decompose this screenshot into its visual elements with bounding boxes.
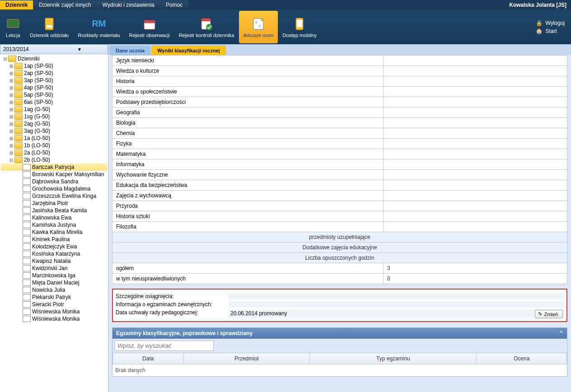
tab-dziennik[interactable]: Dziennik xyxy=(0,0,33,9)
tab-wyniki-klasyfikacji[interactable]: Wyniki klasyfikacji rocznej xyxy=(151,46,226,55)
tree-folder[interactable]: ⊞1b (LO-50) xyxy=(1,142,107,149)
subject-grade xyxy=(384,201,567,211)
tree-label: Kołodziejczyk Ewa xyxy=(32,243,77,250)
ribbon-rejestr-kontroli[interactable]: Rejestr kontroli dziennika xyxy=(174,11,239,43)
tree-folder[interactable]: ⊞2a (LO-50) xyxy=(1,149,107,156)
tree-label: Dąbrowska Sandra xyxy=(32,178,78,185)
expand-icon[interactable]: ⊞ xyxy=(8,150,14,155)
tree-student[interactable]: Dąbrowska Sandra xyxy=(1,178,107,185)
folder-icon xyxy=(14,157,23,163)
folder-icon xyxy=(14,121,23,127)
tree-student[interactable]: Kwidziński Jan xyxy=(1,265,107,272)
tree-folder[interactable]: ⊞1a (LO-50) xyxy=(1,135,107,142)
document-icon xyxy=(23,265,31,271)
logout-link[interactable]: 🔒Wyloguj xyxy=(536,19,565,27)
col-ocena[interactable]: Ocena xyxy=(477,353,567,364)
exam-search-input[interactable] xyxy=(114,341,214,351)
tab-pomoc[interactable]: Pomoc xyxy=(160,0,188,9)
document-icon xyxy=(23,171,31,177)
zmien-button[interactable]: ✎Zmień xyxy=(535,310,563,318)
tree-student[interactable]: Kminek Paulina xyxy=(1,236,107,243)
start-link[interactable]: 🏠Start xyxy=(536,27,565,35)
tree-student[interactable]: Kosińska Katarzyna xyxy=(1,250,107,257)
nieuspr-value: 0 xyxy=(384,274,567,284)
collapse-icon[interactable]: ⊟ xyxy=(2,56,8,61)
ribbon-dziennik-oddzialu[interactable]: Dziennik oddziału xyxy=(25,11,73,43)
expand-icon[interactable]: ⊞ xyxy=(8,129,14,134)
tree-student[interactable]: Jarzębina Piotr xyxy=(1,200,107,207)
tree-label: 1a (LO-50) xyxy=(24,135,50,141)
expand-icon[interactable]: ⊞ xyxy=(8,64,14,69)
ribbon-rozklady[interactable]: RM Rozkłady materiału xyxy=(73,11,125,43)
tree-student[interactable]: Kołodziejczyk Ewa xyxy=(1,243,107,250)
tree-student[interactable]: Wiśniewska Monika xyxy=(1,308,107,315)
tree-student[interactable]: Mięta Daniel Maciej xyxy=(1,279,107,286)
ribbon-label: Rejestr obserwacji xyxy=(129,33,170,38)
tree-folder[interactable]: ⊞3ap (SP-50) xyxy=(1,77,107,84)
tree-folder[interactable]: ⊞3ag (G-50) xyxy=(1,127,107,135)
expand-icon[interactable]: ⊞ xyxy=(8,107,14,112)
tree-folder[interactable]: ⊞4ap (SP-50) xyxy=(1,84,107,91)
tree-student[interactable]: Kawka Kalina Mirella xyxy=(1,229,107,236)
expand-icon[interactable]: ⊞ xyxy=(8,100,14,105)
tab-dane-ucznia[interactable]: Dane ucznia xyxy=(110,46,150,55)
expand-icon[interactable]: ⊞ xyxy=(8,121,14,126)
col-przedmiot[interactable]: Przedmiot xyxy=(183,353,310,364)
tree-folder[interactable]: ⊞1ap (SP-50) xyxy=(1,62,107,70)
document-icon xyxy=(23,280,31,286)
blackboard-icon xyxy=(5,16,21,32)
tree-student[interactable]: Grzeszczuk Ewelina Kinga xyxy=(1,192,107,200)
tree-root[interactable]: ⊟Dzienniki xyxy=(1,55,107,62)
tree-student[interactable]: Kwapisz Natalia xyxy=(1,257,107,265)
tree-folder[interactable]: ⊞2ap (SP-50) xyxy=(1,70,107,77)
expand-icon[interactable]: ⊞ xyxy=(8,71,14,76)
expand-icon[interactable]: ⊞ xyxy=(8,93,14,98)
tab-wydruki[interactable]: Wydruki i zestawienia xyxy=(97,0,160,9)
tree-student[interactable]: Jasińska Beata Kamila xyxy=(1,207,107,214)
tab-dziennik-innych[interactable]: Dziennik zajęć innych xyxy=(33,0,97,9)
tree-student[interactable]: Kalinowska Ewa xyxy=(1,214,107,221)
tree-student[interactable]: Grochowska Magdalena xyxy=(1,185,107,192)
subject-grade xyxy=(384,180,567,191)
tree-label: Kwidziński Jan xyxy=(32,265,68,271)
tree-student[interactable]: Nowicka Julia xyxy=(1,286,107,294)
expand-icon[interactable]: ⊞ xyxy=(8,114,14,119)
expand-icon[interactable]: ⊞ xyxy=(8,78,14,83)
tree-label: Kawka Kalina Mirella xyxy=(32,229,82,235)
collapse-up-icon[interactable]: ⌃ xyxy=(559,330,563,336)
ribbon-rejestr-obserwacji[interactable]: Rejestr obserwacji xyxy=(125,11,174,43)
tree-student[interactable]: Wiśniewska Monika xyxy=(1,315,107,322)
subject-name: Informatyka xyxy=(112,159,384,170)
tree-folder[interactable]: ⊞1ag (G-50) xyxy=(1,106,107,113)
col-data[interactable]: Data xyxy=(113,353,184,364)
expand-icon[interactable]: ⊟ xyxy=(8,158,14,163)
tree-folder[interactable]: ⊞1sg (G-50) xyxy=(1,113,107,120)
tree-student[interactable]: Marcinkowska Iga xyxy=(1,272,107,279)
top-tabs: Dziennik Dziennik zajęć innych Wydruki i… xyxy=(0,0,571,10)
ribbon-arkusze-ocen[interactable]: 52 Arkusze ocen xyxy=(239,11,278,43)
tree-student[interactable]: Sieracki Piotr xyxy=(1,301,107,308)
expand-icon[interactable]: ⊞ xyxy=(8,85,14,90)
tree-folder[interactable]: ⊟2b (LO-50) xyxy=(1,156,107,163)
document-icon xyxy=(23,236,31,243)
scroll-area[interactable]: Język niemieckiWiedza o kulturzeHistoria… xyxy=(108,55,571,392)
tree-label: Dzienniki xyxy=(18,56,40,62)
tree-folder[interactable]: ⊞5ap (SP-50) xyxy=(1,91,107,98)
tree-student[interactable]: Kamińska Justyna xyxy=(1,221,107,229)
year-select[interactable]: 2013/2014 ▾ xyxy=(0,44,108,54)
chevron-down-icon[interactable]: ▾ xyxy=(54,46,105,52)
notebook-icon xyxy=(42,16,57,32)
tree-folder[interactable]: ⊞6as (SP-50) xyxy=(1,98,107,106)
expand-icon[interactable]: ⊞ xyxy=(8,143,14,148)
expand-icon[interactable]: ⊞ xyxy=(8,136,14,141)
document-icon xyxy=(23,229,31,235)
tree-label: 4ap (SP-50) xyxy=(24,84,53,91)
col-typ[interactable]: Typ egzaminu xyxy=(310,353,477,364)
tree-folder[interactable]: ⊞2ag (G-50) xyxy=(1,120,107,127)
tree-student[interactable]: Bartczak Patrycja xyxy=(1,163,107,171)
tree-student[interactable]: Borowski Kacper Maksymilian xyxy=(1,171,107,178)
ribbon-lekcja[interactable]: Lekcja xyxy=(1,11,25,43)
folder-icon xyxy=(14,92,23,98)
ribbon-dostep-mobilny[interactable]: Dostęp mobilny xyxy=(278,11,321,43)
tree-student[interactable]: Piekarski Patryk xyxy=(1,294,107,301)
